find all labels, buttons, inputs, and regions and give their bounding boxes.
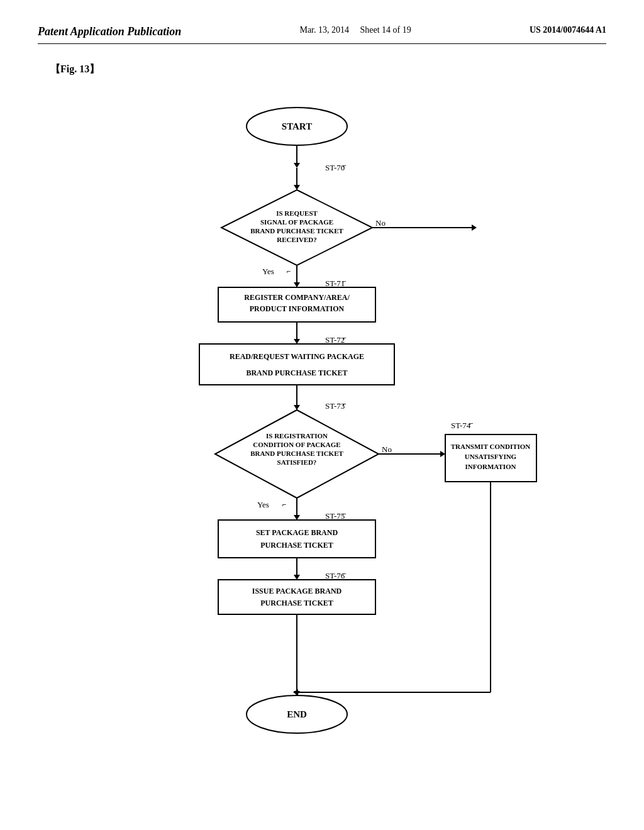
publication-number: US 2014/0074644 A1 [530,25,606,35]
svg-text:ST-70: ST-70 [325,163,345,172]
svg-text:⌐: ⌐ [343,570,347,577]
svg-text:TRANSMIT CONDITION: TRANSMIT CONDITION [451,443,531,450]
svg-text:ST-72: ST-72 [325,335,345,345]
svg-text:ISSUE PACKAGE BRAND: ISSUE PACKAGE BRAND [252,587,342,595]
svg-text:No: No [382,445,392,454]
svg-text:IS REQUEST: IS REQUEST [276,209,318,217]
svg-text:⌐: ⌐ [282,501,286,508]
svg-text:ST-73: ST-73 [325,401,345,411]
svg-text:No: No [375,218,386,228]
svg-text:Yes: Yes [257,500,269,509]
svg-text:START: START [282,121,312,131]
svg-text:BRAND  PURCHASE TICKET: BRAND PURCHASE TICKET [250,450,343,457]
svg-text:UNSATISFYING: UNSATISFYING [465,453,517,460]
figure-label: 【Fig. 13】 [50,63,606,76]
svg-text:⌐: ⌐ [343,162,347,169]
svg-text:PRODUCT  INFORMATION: PRODUCT INFORMATION [250,304,345,313]
svg-text:SET PACKAGE BRAND: SET PACKAGE BRAND [256,528,338,537]
svg-text:⌐: ⌐ [343,401,347,407]
svg-text:RECEIVED?: RECEIVED? [277,236,317,243]
svg-text:SIGNAL OF PACKAGE: SIGNAL OF PACKAGE [260,218,333,226]
svg-text:SATISFIED?: SATISFIED? [277,458,317,466]
svg-marker-26 [294,339,300,344]
svg-text:Yes: Yes [262,267,274,276]
svg-text:⌐: ⌐ [343,511,347,517]
svg-text:ST-74: ST-74 [451,421,471,430]
publication-date-sheet: Mar. 13, 2014 Sheet 14 of 19 [299,25,411,35]
svg-text:REGISTER  COMPANY/AREA/: REGISTER COMPANY/AREA/ [244,293,350,302]
svg-text:ST-75: ST-75 [325,511,345,521]
svg-text:PURCHASE  TICKET: PURCHASE TICKET [260,541,333,550]
svg-marker-19 [294,282,300,287]
svg-marker-3 [294,163,300,168]
svg-text:⌐: ⌐ [343,278,347,285]
page-header: Patent Application Publication Mar. 13, … [38,25,606,44]
svg-marker-56 [294,515,300,520]
svg-rect-66 [218,580,375,614]
svg-text:ST-71: ST-71 [325,279,345,288]
svg-text:⌐: ⌐ [343,335,347,341]
svg-text:IS REGISTRATION: IS REGISTRATION [266,432,328,440]
svg-text:BRAND PURCHASE TICKET: BRAND PURCHASE TICKET [250,227,343,235]
publication-title: Patent Application Publication [38,25,181,38]
svg-marker-43 [440,451,445,457]
svg-marker-63 [294,575,300,580]
sheet-info: Sheet 14 of 19 [360,25,411,35]
publication-date: Mar. 13, 2014 [299,25,349,35]
svg-marker-33 [294,405,300,410]
svg-text:⌐: ⌐ [287,267,291,275]
svg-rect-59 [218,520,375,558]
svg-text:⌐: ⌐ [470,420,474,427]
page: Patent Application Publication Mar. 13, … [0,0,644,830]
svg-text:CONDITION OF PACKAGE: CONDITION OF PACKAGE [253,441,340,448]
svg-text:PURCHASE TICKET: PURCHASE TICKET [260,599,333,607]
flowchart-diagram: START ST-70 ⌐ IS REQUEST SIGNAL OF PACKA… [102,95,542,755]
svg-text:INFORMATION: INFORMATION [465,463,516,470]
svg-text:READ/REQUEST WAITING  PACKAGE: READ/REQUEST WAITING PACKAGE [230,352,364,361]
svg-rect-29 [199,344,394,385]
svg-text:END: END [287,709,307,719]
svg-marker-7 [294,185,300,190]
svg-text:BRAND PURCHASE  TICKET: BRAND PURCHASE TICKET [246,368,347,377]
svg-marker-15 [472,224,477,231]
